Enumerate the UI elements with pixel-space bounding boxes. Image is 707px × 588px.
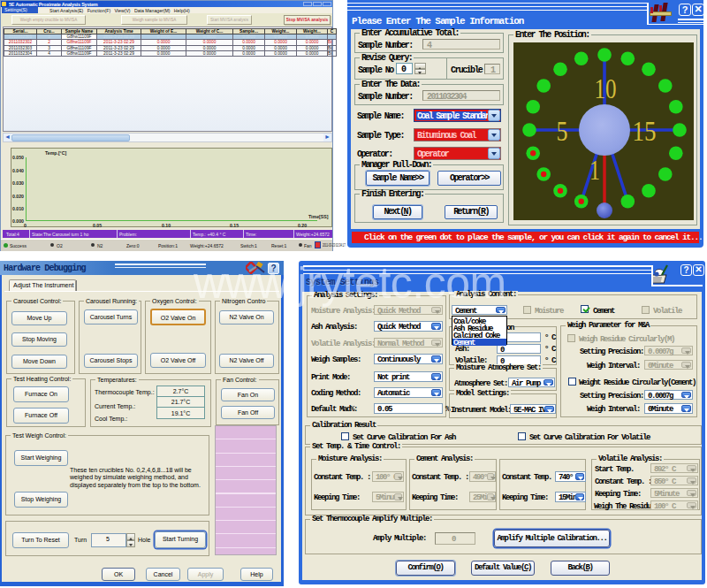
svg-text:5: 5 — [557, 115, 568, 147]
svg-text:1: 1 — [589, 154, 600, 186]
svg-text:15: 15 — [633, 115, 657, 147]
svg-text:10: 10 — [595, 73, 617, 104]
